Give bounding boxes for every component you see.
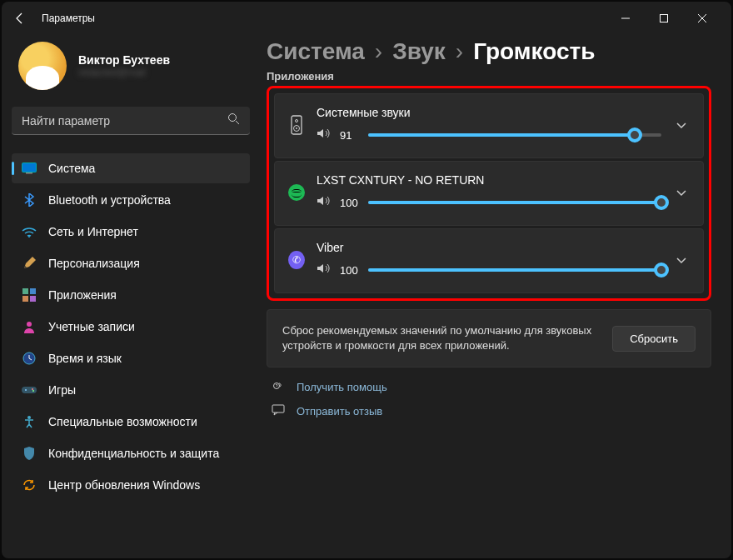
nav-list: СистемаBluetooth и устройстваСеть и Инте… (12, 153, 250, 500)
reset-button[interactable]: Сбросить (612, 326, 696, 352)
svg-rect-10 (30, 296, 36, 302)
svg-point-14 (25, 389, 27, 391)
titlebar: Параметры (2, 2, 731, 35)
volume-icon (317, 195, 332, 210)
nav-label: Система (48, 162, 95, 175)
svg-point-2 (229, 114, 237, 122)
nav-label: Учетные записи (48, 320, 135, 333)
svg-rect-8 (30, 288, 36, 294)
nav-item-gaming[interactable]: Игры (12, 375, 250, 405)
privacy-icon (22, 446, 37, 461)
volume-icon (317, 128, 332, 142)
svg-rect-13 (22, 387, 37, 393)
nav-label: Сеть и Интернет (48, 225, 138, 238)
breadcrumb-system[interactable]: Система (267, 38, 365, 65)
chevron-down-icon[interactable] (673, 182, 690, 203)
nav-label: Специальные возможности (48, 415, 197, 428)
nav-item-apps[interactable]: Приложения (12, 280, 250, 310)
app-volume-list: Системные звуки 91 LXST CXNTURY - NO RET… (267, 86, 711, 301)
profile[interactable]: Виктор Бухтеев redacted@mail (12, 35, 250, 107)
reset-card: Сброс рекомендуемых значений по умолчани… (267, 309, 711, 368)
personalization-icon (22, 256, 37, 271)
nav-item-accounts[interactable]: Учетные записи (12, 312, 250, 342)
nav-item-update[interactable]: Центр обновления Windows (12, 470, 250, 500)
close-button[interactable] (683, 5, 721, 32)
nav-item-accessibility[interactable]: Специальные возможности (12, 407, 250, 437)
gaming-icon (22, 382, 37, 398)
volume-icon (317, 262, 332, 278)
viber-icon: ✆ (288, 249, 305, 271)
speaker-icon (288, 114, 305, 136)
nav-label: Персонализация (48, 257, 140, 270)
system-icon (22, 161, 37, 176)
reset-description: Сброс рекомендуемых значений по умолчани… (282, 323, 596, 353)
help-icon (272, 379, 285, 395)
app-volume-card: Системные звуки 91 (274, 93, 704, 158)
svg-point-19 (296, 120, 298, 122)
app-title: Viber (317, 241, 661, 254)
volume-slider[interactable] (368, 133, 661, 137)
volume-value: 100 (340, 197, 360, 209)
search-input[interactable] (22, 114, 227, 128)
profile-name: Виктор Бухтеев (78, 53, 170, 67)
svg-rect-23 (272, 405, 284, 412)
nav-label: Время и язык (48, 352, 122, 365)
sidebar: Виктор Бухтеев redacted@mail СистемаBlue… (2, 35, 260, 558)
time-icon (22, 351, 37, 366)
nav-label: Конфиденциальность и защита (48, 447, 219, 460)
breadcrumb-volume: Громкость (473, 38, 595, 65)
avatar (18, 42, 67, 90)
feedback-link[interactable]: Отправить отзыв (272, 403, 711, 419)
breadcrumb-sound[interactable]: Звук (392, 38, 446, 65)
svg-point-16 (32, 390, 34, 392)
minimize-button[interactable] (606, 5, 645, 32)
volume-value: 91 (340, 129, 360, 142)
app-volume-card: ✆ Viber 100 (274, 228, 704, 293)
nav-item-system[interactable]: Система (12, 153, 250, 183)
network-icon (22, 224, 37, 239)
chevron-down-icon[interactable] (673, 249, 690, 271)
svg-rect-7 (22, 288, 28, 294)
nav-item-privacy[interactable]: Конфиденциальность и защита (12, 438, 250, 468)
nav-item-bluetooth[interactable]: Bluetooth и устройства (12, 185, 250, 215)
maximize-button[interactable] (645, 5, 683, 32)
svg-rect-1 (661, 15, 668, 22)
nav-item-network[interactable]: Сеть и Интернет (12, 217, 250, 247)
svg-point-17 (27, 416, 31, 419)
svg-point-6 (28, 236, 30, 238)
feedback-label: Отправить отзыв (297, 405, 382, 418)
chevron-right-icon: › (375, 38, 382, 65)
help-link[interactable]: Получить помощь (272, 379, 711, 395)
chevron-right-icon: › (456, 38, 463, 65)
chevron-down-icon[interactable] (673, 114, 690, 136)
nav-item-personalization[interactable]: Персонализация (12, 248, 250, 278)
spotify-icon (288, 182, 305, 203)
svg-point-21 (296, 128, 297, 129)
nav-label: Приложения (48, 288, 117, 302)
app-title: LXST CXNTURY - NO RETURN (317, 173, 661, 187)
svg-rect-9 (22, 296, 28, 302)
nav-label: Игры (48, 383, 76, 397)
window-title: Параметры (42, 12, 95, 24)
volume-value: 100 (340, 264, 360, 277)
app-volume-card: LXST CXNTURY - NO RETURN 100 (274, 161, 704, 226)
search-box[interactable] (12, 107, 250, 135)
volume-slider[interactable] (368, 201, 661, 204)
accessibility-icon (22, 414, 37, 429)
svg-rect-5 (26, 172, 32, 174)
svg-line-3 (236, 121, 239, 124)
nav-label: Bluetooth и устройства (48, 193, 171, 207)
accounts-icon (22, 319, 37, 334)
back-button[interactable] (12, 10, 28, 27)
main-content: Система › Звук › Громкость Приложения Си… (260, 35, 731, 558)
search-icon (227, 112, 240, 128)
svg-rect-4 (22, 163, 37, 172)
svg-point-11 (27, 322, 32, 327)
feedback-icon (272, 403, 285, 419)
nav-item-time[interactable]: Время и язык (12, 343, 250, 373)
section-label: Приложения (267, 70, 711, 82)
bluetooth-icon (22, 192, 37, 208)
breadcrumb: Система › Звук › Громкость (267, 38, 711, 65)
profile-email: redacted@mail (78, 67, 170, 78)
volume-slider[interactable] (368, 268, 661, 272)
